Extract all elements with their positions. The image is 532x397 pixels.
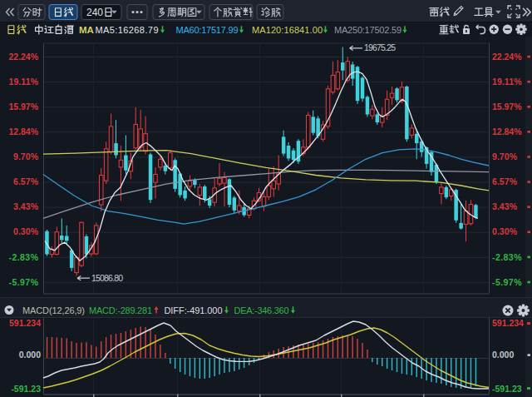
svg-text:-5.97%: -5.97% [492,277,522,287]
svg-text:22.24%: 22.24% [492,52,522,62]
svg-text:15086.80: 15086.80 [91,273,123,283]
svg-text:591.234: 591.234 [9,318,41,328]
svg-text:MA5:16268.79: MA5:16268.79 [96,25,159,35]
svg-text:0.000: 0.000 [19,350,41,360]
svg-text:MA250:17502.59: MA250:17502.59 [334,25,401,35]
svg-text:MACD:-289.281: MACD:-289.281 [89,305,152,315]
svg-text:0.30%: 0.30% [13,226,39,236]
svg-text:3.43%: 3.43% [13,201,39,211]
svg-text:-2.83%: -2.83% [492,252,522,262]
svg-text:6.57%: 6.57% [492,176,518,186]
svg-text:19.11%: 19.11% [9,77,39,87]
svg-text:12.84%: 12.84% [9,127,39,136]
svg-text:DEA:-346.360: DEA:-346.360 [234,305,289,315]
svg-text:0.000: 0.000 [492,350,514,360]
svg-text:9.70%: 9.70% [13,151,39,161]
svg-text:19675.25: 19675.25 [364,42,396,52]
svg-text:9.70%: 9.70% [492,151,518,161]
svg-text:DIFF:-491.000: DIFF:-491.000 [165,305,223,315]
svg-text:MA60:17517.99: MA60:17517.99 [176,25,239,35]
svg-text:15.97%: 15.97% [9,102,39,112]
svg-text:-2.83%: -2.83% [9,252,39,262]
svg-text:591.234: 591.234 [492,318,524,328]
svg-text:MACD(12,26,9): MACD(12,26,9) [22,305,85,315]
svg-text:-5.97%: -5.97% [9,277,39,287]
svg-text:-591.23: -591.23 [492,384,522,394]
svg-text:240: 240 [86,7,103,18]
svg-text:19.11%: 19.11% [492,77,522,87]
svg-text:6.57%: 6.57% [13,176,39,186]
svg-text:-591.23: -591.23 [11,384,41,394]
svg-text:0.30%: 0.30% [492,226,518,236]
svg-text:3.43%: 3.43% [492,201,518,211]
svg-text:15.97%: 15.97% [492,102,522,112]
svg-text:12.84%: 12.84% [492,127,522,136]
svg-text:MA120:16841.00: MA120:16841.00 [252,25,323,35]
svg-text:22.24%: 22.24% [9,52,39,62]
svg-text:MA: MA [79,25,94,35]
